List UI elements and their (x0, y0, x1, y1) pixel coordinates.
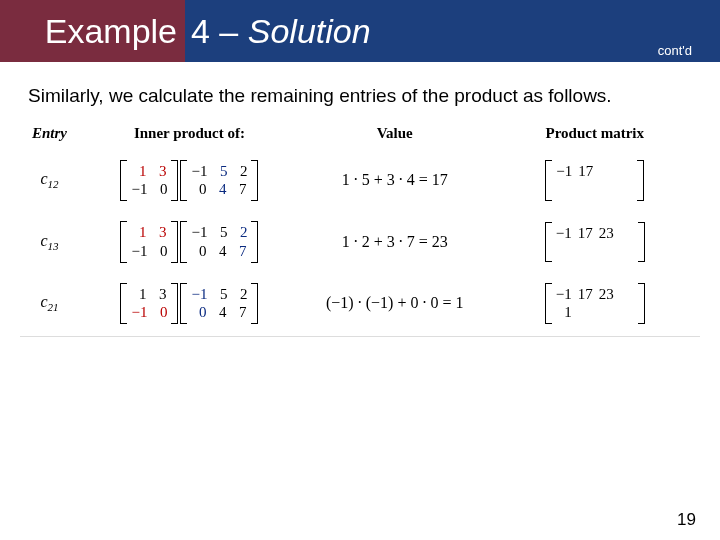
col-inner: Inner product of: (79, 121, 300, 150)
col-value: Value (300, 121, 489, 150)
matrix-cell: 17 (575, 162, 596, 181)
matrix-cell: 0 (150, 180, 170, 199)
title-left-text: Example (45, 12, 177, 51)
matrix: −152047 (180, 283, 258, 325)
matrix-cell: 7 (229, 180, 249, 199)
entry-sub: 21 (48, 302, 59, 314)
matrix-cell: 5 (210, 285, 230, 304)
matrix-cell: −1 (128, 180, 150, 199)
matrix: −117231 (545, 283, 645, 325)
matrix-cell: 1 (555, 303, 575, 322)
matrix-cell: −1 (553, 285, 575, 304)
product-table: Entry Inner product of: Value Product ma… (20, 121, 700, 335)
matrix-cell: −1 (553, 224, 575, 243)
contd-label: cont'd (658, 43, 692, 58)
product-matrix-cell: −117231 (489, 273, 700, 335)
matrix: 13−10 (120, 221, 178, 263)
matrix-cell: −1 (128, 303, 150, 322)
matrix-cell: 17 (575, 285, 596, 304)
matrix-cell: 1 (129, 285, 149, 304)
intro-text: Similarly, we calculate the remaining en… (0, 62, 720, 121)
entry-base: c (40, 293, 47, 310)
matrix: −152047 (180, 221, 258, 263)
matrix-cell: 17 (575, 224, 596, 243)
inner-product-cell: 13−10−152047 (79, 273, 300, 335)
table-row: c1313−10−1520471 · 2 + 3 · 7 = 23−11723 (20, 211, 700, 273)
entry-cell: c21 (20, 273, 79, 335)
title-bar: Example 4 – Solution cont'd (0, 0, 720, 62)
value-cell: 1 · 5 + 3 · 4 = 17 (300, 150, 489, 212)
matrix-cell: 23 (596, 224, 617, 243)
matrix-cell: 5 (210, 162, 230, 181)
matrix-cell: 7 (229, 303, 249, 322)
matrix-cell: 3 (149, 285, 169, 304)
matrix-cell: −1 (188, 223, 210, 242)
value-cell: (−1) · (−1) + 0 · 0 = 1 (300, 273, 489, 335)
matrix-cell: 4 (209, 242, 229, 261)
matrix-cell: 2 (230, 285, 250, 304)
title-number: 4 (191, 12, 210, 50)
col-product: Product matrix (489, 121, 700, 150)
matrix-cell: 5 (210, 223, 230, 242)
table-row: c2113−10−152047(−1) · (−1) + 0 · 0 = 1−1… (20, 273, 700, 335)
entry-cell: c12 (20, 150, 79, 212)
separator-line (20, 336, 700, 337)
matrix: −117 (545, 160, 644, 201)
matrix-cell: 1 (129, 223, 149, 242)
matrix-cell: 3 (149, 223, 169, 242)
title-right: 4 – Solution (185, 12, 371, 51)
matrix: 13−10 (120, 283, 178, 325)
entry-cell: c13 (20, 211, 79, 273)
entry-base: c (40, 232, 47, 249)
matrix-cell: 2 (230, 223, 250, 242)
matrix: −11723 (545, 222, 645, 263)
matrix-cell: 1 (129, 162, 149, 181)
matrix-cell: 0 (189, 242, 209, 261)
table-header-row: Entry Inner product of: Value Product ma… (20, 121, 700, 150)
matrix: −152047 (180, 160, 258, 202)
value-cell: 1 · 2 + 3 · 7 = 23 (300, 211, 489, 273)
table-row: c1213−10−1520471 · 5 + 3 · 4 = 17−117 (20, 150, 700, 212)
entry-base: c (40, 170, 47, 187)
matrix-cell: 0 (189, 303, 209, 322)
matrix-cell: 0 (150, 242, 170, 261)
matrix-cell: 3 (149, 162, 169, 181)
matrix-cell: −1 (553, 162, 575, 181)
inner-product-cell: 13−10−152047 (79, 150, 300, 212)
matrix-cell: 0 (150, 303, 170, 322)
col-entry: Entry (20, 121, 79, 150)
title-dash: – (210, 12, 248, 50)
matrix-cell: −1 (188, 162, 210, 181)
product-matrix-cell: −117 (489, 150, 700, 212)
matrix-cell: 0 (189, 180, 209, 199)
table-wrap: Entry Inner product of: Value Product ma… (0, 121, 720, 338)
matrix-cell: 7 (229, 242, 249, 261)
title-italic: Solution (248, 12, 371, 50)
matrix-cell: 4 (209, 180, 229, 199)
inner-product-cell: 13−10−152047 (79, 211, 300, 273)
matrix-cell: 2 (230, 162, 250, 181)
matrix-cell: −1 (128, 242, 150, 261)
matrix: 13−10 (120, 160, 178, 202)
matrix-cell: 4 (209, 303, 229, 322)
matrix-cell: −1 (188, 285, 210, 304)
entry-sub: 12 (48, 179, 59, 191)
page-number: 19 (677, 510, 696, 530)
matrix-cell: 23 (596, 285, 617, 304)
entry-sub: 13 (48, 240, 59, 252)
product-matrix-cell: −11723 (489, 211, 700, 273)
title-left: Example (0, 0, 185, 62)
